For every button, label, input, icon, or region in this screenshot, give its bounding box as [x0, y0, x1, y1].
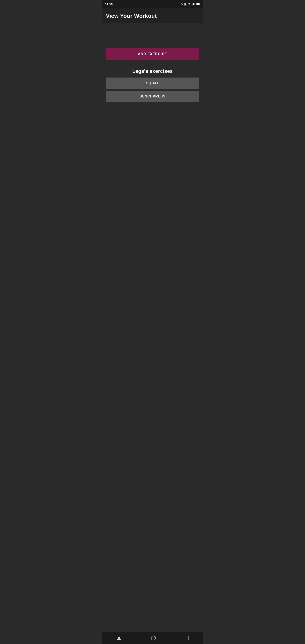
exercise-list: SQUAT BENCHPRESS — [106, 78, 199, 102]
svg-rect-0 — [192, 5, 192, 5]
svg-rect-1 — [192, 4, 193, 5]
back-icon — [116, 635, 122, 641]
sim-icon: ▣ — [184, 3, 186, 6]
svg-marker-8 — [117, 636, 121, 640]
main-content: ADD EXERCISE Legs's exercises SQUAT BENC… — [102, 23, 203, 632]
exercises-section: Legs's exercises SQUAT BENCHPRESS — [106, 68, 199, 102]
exercise-item-squat[interactable]: SQUAT — [106, 78, 199, 89]
home-nav-button[interactable] — [146, 634, 161, 642]
nav-bar — [102, 632, 203, 644]
svg-rect-7 — [200, 4, 200, 4]
recents-nav-button[interactable] — [180, 634, 194, 642]
signal-icon — [192, 3, 195, 6]
svg-rect-4 — [194, 3, 195, 5]
notification-icon: ⊙ — [181, 3, 183, 6]
wifi-icon — [188, 3, 190, 6]
svg-rect-6 — [196, 3, 199, 5]
add-exercise-button[interactable]: ADD EXERCISE — [106, 48, 199, 60]
status-icons: ⊙ ▣ — [181, 3, 200, 6]
battery-icon — [196, 3, 200, 6]
exercise-item-benchpress[interactable]: BENCHPRESS — [106, 91, 199, 102]
svg-rect-2 — [193, 4, 194, 5]
status-bar: 11:50 ⊙ ▣ — [102, 0, 203, 8]
page-title: View Your Workout — [106, 13, 199, 19]
page-header: View Your Workout — [102, 8, 203, 23]
status-time: 11:50 — [105, 2, 113, 6]
recents-icon — [185, 636, 189, 640]
svg-rect-3 — [194, 3, 194, 5]
home-icon — [151, 636, 156, 640]
exercise-name-benchpress: BENCHPRESS — [139, 94, 166, 98]
exercises-section-title: Legs's exercises — [106, 68, 199, 74]
back-nav-button[interactable] — [111, 634, 127, 643]
exercise-name-squat: SQUAT — [146, 81, 159, 85]
